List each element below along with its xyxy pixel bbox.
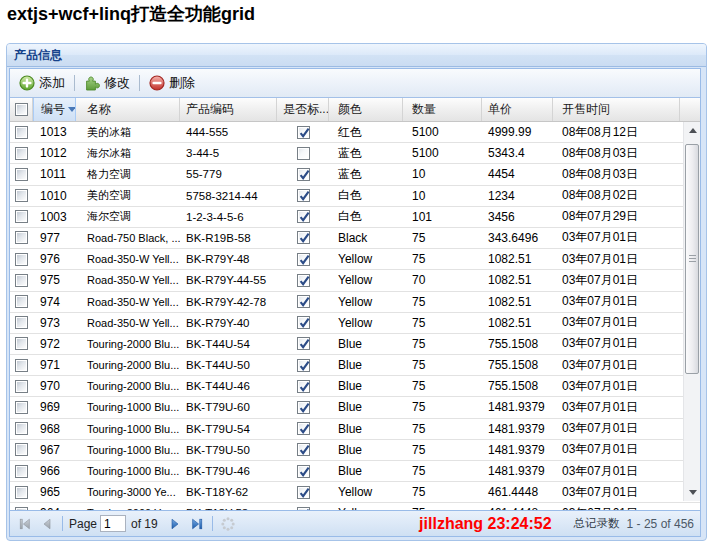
row-select-checkbox[interactable] xyxy=(15,126,28,139)
table-row[interactable]: 976Road-350-W Yell...BK-R79Y-48Yellow751… xyxy=(10,249,700,270)
cell-code: 3-44-5 xyxy=(180,143,277,163)
table-row[interactable]: 1003海尔空调1-2-3-4-5-6白色101345608年07月29日 xyxy=(10,207,700,228)
first-page-button[interactable] xyxy=(14,513,36,535)
column-header-price[interactable]: 单价 xyxy=(482,98,553,121)
table-row[interactable]: 967Touring-1000 Blu...BK-T79U-50Blue7514… xyxy=(10,440,700,461)
scroll-up-button[interactable] xyxy=(684,122,701,139)
prev-page-button[interactable] xyxy=(36,513,58,535)
row-select-cell xyxy=(10,122,33,142)
column-header-flag[interactable]: 是否标... xyxy=(277,98,329,121)
flag-checkbox[interactable] xyxy=(297,189,310,202)
next-page-icon xyxy=(167,516,183,532)
row-select-checkbox[interactable] xyxy=(15,295,28,308)
column-header-date[interactable]: 开售时间 xyxy=(553,98,680,121)
row-select-checkbox[interactable] xyxy=(15,231,28,244)
scrollbar-grip-icon xyxy=(689,255,696,263)
flag-checkbox[interactable] xyxy=(297,316,310,329)
table-row[interactable]: 1012海尔冰箱3-44-5蓝色51005343.408年08月03日 xyxy=(10,143,700,164)
flag-checkbox[interactable] xyxy=(297,231,310,244)
table-row[interactable]: 965Touring-3000 Ye...BK-T18Y-62Yellow754… xyxy=(10,482,700,503)
table-row[interactable]: 972Touring-2000 Blu...BK-T44U-54Blue7575… xyxy=(10,334,700,355)
select-all-checkbox[interactable] xyxy=(15,103,28,116)
scrollbar-thumb[interactable] xyxy=(685,144,699,374)
flag-checkbox[interactable] xyxy=(297,147,310,160)
flag-checkbox[interactable] xyxy=(297,401,310,414)
flag-checkbox[interactable] xyxy=(297,359,310,372)
edit-button[interactable]: 修改 xyxy=(81,72,133,94)
table-row[interactable]: 975Road-350-W Yell...BK-R79Y-44-55Yellow… xyxy=(10,270,700,291)
cell-color: Blue xyxy=(329,440,403,460)
cell-date: 03年07月01日 xyxy=(553,270,680,290)
add-button[interactable]: 添加 xyxy=(16,72,68,94)
table-row[interactable]: 968Touring-1000 Blu...BK-T79U-54Blue7514… xyxy=(10,419,700,440)
table-row[interactable]: 977Road-750 Black, ...BK-R19B-58Black753… xyxy=(10,228,700,249)
next-page-button[interactable] xyxy=(164,513,186,535)
table-row[interactable]: 964Touring-3000 Ye...BK-T18Y-58Yellow754… xyxy=(10,503,700,510)
cell-flag xyxy=(277,376,329,396)
table-row[interactable]: 971Touring-2000 Blu...BK-T44U-50Blue7575… xyxy=(10,355,700,376)
column-header-name[interactable]: 名称 xyxy=(76,98,180,121)
cell-color: Blue xyxy=(329,419,403,439)
page-number-input[interactable] xyxy=(100,515,126,532)
table-row[interactable]: 966Touring-1000 Blu...BK-T79U-46Blue7514… xyxy=(10,461,700,482)
table-row[interactable]: 970Touring-2000 Blu...BK-T44U-46Blue7575… xyxy=(10,376,700,397)
delete-icon xyxy=(149,75,165,91)
cell-color: Yellow xyxy=(329,482,403,502)
column-header-code[interactable]: 产品编码 xyxy=(180,98,277,121)
row-select-checkbox[interactable] xyxy=(15,274,28,287)
cell-color: Yellow xyxy=(329,313,403,333)
row-select-checkbox[interactable] xyxy=(15,168,28,181)
column-header-color[interactable]: 颜色 xyxy=(329,98,403,121)
table-row[interactable]: 1010美的空调5758-3214-44白色10123408年08月02日 xyxy=(10,186,700,207)
cell-date: 03年07月01日 xyxy=(553,419,680,439)
row-select-checkbox[interactable] xyxy=(15,147,28,160)
refresh-button[interactable] xyxy=(217,513,239,535)
row-select-checkbox[interactable] xyxy=(15,422,28,435)
flag-checkbox[interactable] xyxy=(297,168,310,181)
row-select-checkbox[interactable] xyxy=(15,465,28,478)
row-select-checkbox[interactable] xyxy=(15,253,28,266)
cell-qty: 75 xyxy=(403,397,482,417)
row-select-checkbox[interactable] xyxy=(15,359,28,372)
table-row[interactable]: 1013美的冰箱444-555红色51004999.9908年08月12日 xyxy=(10,122,700,143)
flag-checkbox[interactable] xyxy=(297,337,310,350)
flag-checkbox[interactable] xyxy=(297,274,310,287)
flag-checkbox[interactable] xyxy=(297,380,310,393)
row-select-checkbox[interactable] xyxy=(15,189,28,202)
row-select-checkbox[interactable] xyxy=(15,401,28,414)
cell-code: 5758-3214-44 xyxy=(180,186,277,206)
row-select-checkbox[interactable] xyxy=(15,337,28,350)
cell-flag xyxy=(277,355,329,375)
table-row[interactable]: 974Road-350-W Yell...BK-R79Y-42-78Yellow… xyxy=(10,292,700,313)
vertical-scrollbar[interactable] xyxy=(683,122,700,501)
table-row[interactable]: 973Road-350-W Yell...BK-R79Y-40Yellow751… xyxy=(10,313,700,334)
cell-date: 03年07月01日 xyxy=(553,461,680,481)
top-toolbar: 添加 xyxy=(10,69,700,98)
last-page-button[interactable] xyxy=(186,513,208,535)
flag-checkbox[interactable] xyxy=(297,486,310,499)
cell-price: 4454 xyxy=(482,164,553,184)
cell-code: BK-T79U-60 xyxy=(180,397,277,417)
row-select-checkbox[interactable] xyxy=(15,316,28,329)
scroll-down-button[interactable] xyxy=(684,484,701,501)
row-select-cell xyxy=(10,186,33,206)
cell-name: 海尔冰箱 xyxy=(76,143,180,163)
row-select-checkbox[interactable] xyxy=(15,443,28,456)
table-row[interactable]: 1011格力空调55-779蓝色10445408年08月03日 xyxy=(10,164,700,185)
flag-checkbox[interactable] xyxy=(297,465,310,478)
row-select-checkbox[interactable] xyxy=(15,486,28,499)
flag-checkbox[interactable] xyxy=(297,507,310,510)
flag-checkbox[interactable] xyxy=(297,210,310,223)
grid-body[interactable]: 1013美的冰箱444-555红色51004999.9908年08月12日101… xyxy=(10,122,700,510)
column-header-qty[interactable]: 数量 xyxy=(403,98,482,121)
delete-button[interactable]: 删除 xyxy=(146,72,198,94)
flag-checkbox[interactable] xyxy=(297,126,310,139)
column-header-id[interactable]: 编号 xyxy=(33,98,76,121)
flag-checkbox[interactable] xyxy=(297,443,310,456)
row-select-checkbox[interactable] xyxy=(15,210,28,223)
flag-checkbox[interactable] xyxy=(297,422,310,435)
row-select-checkbox[interactable] xyxy=(15,380,28,393)
table-row[interactable]: 969Touring-1000 Blu...BK-T79U-60Blue7514… xyxy=(10,397,700,418)
flag-checkbox[interactable] xyxy=(297,253,310,266)
flag-checkbox[interactable] xyxy=(297,295,310,308)
